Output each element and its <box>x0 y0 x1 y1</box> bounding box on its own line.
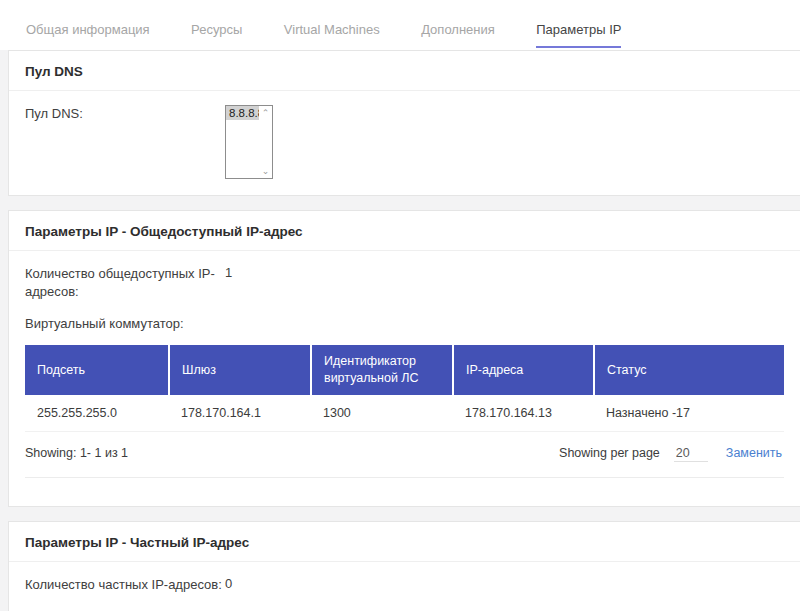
public-ip-count-label: Количество общедоступных IP-адресов: <box>25 265 225 300</box>
showing-text: Showing: 1- 1 из 1 <box>25 446 128 460</box>
scroll-down-icon[interactable]: ⌄ <box>259 166 272 176</box>
cell-subnet: 255.255.255.0 <box>25 395 169 432</box>
section-title: Параметры IP - Общедоступный IP-адрес <box>9 211 800 251</box>
public-ip-section: Параметры IP - Общедоступный IP-адрес Ко… <box>8 210 800 507</box>
cell-vlan-id: 1300 <box>311 395 453 432</box>
tab-bar: Общая информация Ресурсы Virtual Machine… <box>0 0 800 50</box>
section-title: Пул DNS <box>9 51 800 91</box>
public-ip-table: Подсеть Шлюз Идентификатор виртуальной Л… <box>25 345 784 432</box>
cell-status: Назначено -17 <box>594 395 784 432</box>
tab-general-info[interactable]: Общая информация <box>26 22 150 46</box>
listbox-scrollbar[interactable]: ⌃ ⌄ <box>259 106 272 178</box>
column-header-vlan-id: Идентификатор виртуальной ЛС <box>311 345 453 395</box>
scroll-up-icon[interactable]: ⌃ <box>259 108 272 118</box>
replace-link[interactable]: Заменить <box>726 446 782 460</box>
private-ip-count-label: Количество частных IP-адресов: <box>25 576 225 594</box>
private-ip-count-value: 0 <box>225 576 232 591</box>
dns-pool-label: Пул DNS: <box>25 105 225 123</box>
cell-ip-address: 178.170.164.13 <box>453 395 594 432</box>
tab-resources[interactable]: Ресурсы <box>191 22 242 46</box>
column-header-ip-addresses: IP-адреса <box>453 345 594 395</box>
public-ip-count-value: 1 <box>225 265 232 280</box>
table-header-row: Подсеть Шлюз Идентификатор виртуальной Л… <box>25 345 784 395</box>
tab-virtual-machines[interactable]: Virtual Machines <box>284 22 380 46</box>
virtual-switch-label: Виртуальный коммутатор: <box>25 316 784 331</box>
dns-pool-listbox[interactable]: 8.8.8.8 ⌃ ⌄ <box>225 105 273 179</box>
tab-ip-parameters[interactable]: Параметры IP <box>536 22 621 48</box>
section-title: Параметры IP - Частный IP-адрес <box>9 522 800 562</box>
column-header-status: Статус <box>594 345 784 395</box>
dns-pool-section: Пул DNS Пул DNS: 8.8.8.8 ⌃ ⌄ <box>8 50 800 196</box>
private-ip-section: Параметры IP - Частный IP-адрес Количест… <box>8 521 800 611</box>
per-page-input[interactable] <box>674 445 708 462</box>
dns-pool-option[interactable]: 8.8.8.8 <box>226 106 259 120</box>
per-page-label: Showing per page <box>559 446 660 460</box>
cell-gateway: 178.170.164.1 <box>169 395 311 432</box>
column-header-subnet: Подсеть <box>25 345 169 395</box>
pagination-row: Showing: 1- 1 из 1 Showing per page Заме… <box>25 432 784 478</box>
column-header-gateway: Шлюз <box>169 345 311 395</box>
table-row: 255.255.255.0 178.170.164.1 1300 178.170… <box>25 395 784 432</box>
tab-addons[interactable]: Дополнения <box>421 22 495 46</box>
